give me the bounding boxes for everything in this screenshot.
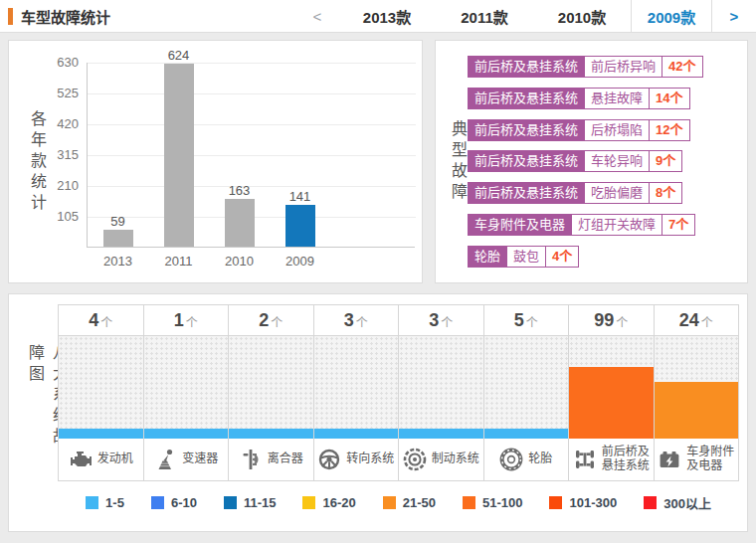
brake-icon [403, 448, 427, 471]
system-bar-cell [569, 336, 654, 439]
typical-faults-title: 典型故障 [446, 120, 470, 204]
system-label-cell: 轮胎 [484, 439, 569, 480]
bar-slot: 141 [270, 189, 330, 247]
count-number: 99 [594, 310, 614, 331]
system-label-cell: 转向系统 [314, 439, 399, 480]
system-bar [484, 429, 569, 439]
gridline [88, 63, 416, 64]
year-bar-2013 [103, 230, 133, 247]
next-arrow-button[interactable]: > [712, 0, 756, 32]
system-label-cell: 发动机 [59, 439, 143, 480]
y-axis-tick: 105 [31, 209, 79, 224]
gridline [88, 155, 416, 156]
legend-item: 1-5 [86, 493, 124, 512]
system-column-前后桥及悬挂系统: 99个前后桥及悬挂系统 [568, 305, 654, 480]
system-bar [655, 382, 739, 439]
legend-swatch [302, 496, 315, 509]
count-number: 1 [174, 310, 184, 331]
year-bar-2011 [164, 64, 194, 247]
tab-2011款[interactable]: 2011款 [436, 0, 533, 32]
legend-label: 300以上 [663, 493, 711, 512]
system-count: 4个 [59, 305, 143, 336]
tab-2013款[interactable]: 2013款 [338, 0, 436, 32]
fault-count: 14个 [649, 89, 688, 108]
system-count: 3个 [399, 305, 483, 336]
system-bar [569, 367, 654, 439]
system-label: 变速器 [182, 452, 218, 466]
system-bar-cell [144, 336, 229, 439]
legend-label: 1-5 [105, 495, 124, 510]
system-bar-cell [399, 336, 483, 439]
count-number: 24 [679, 310, 699, 331]
system-bar-cell [59, 336, 143, 439]
count-unit: 个 [271, 313, 283, 330]
y-axis-tick: 525 [31, 86, 79, 100]
systems-table: 4个发动机1个变速器2个离合器3个转向系统3个制动系统5个轮胎99个前后桥及悬挂… [58, 304, 739, 481]
tab-2009款[interactable]: 2009款 [631, 0, 712, 32]
bar-value-label: 141 [289, 189, 311, 205]
fault-category: 轮胎 [469, 247, 506, 267]
y-axis-tick: 315 [31, 147, 79, 162]
legend-label: 16-20 [322, 495, 355, 510]
legend-label: 11-15 [244, 495, 277, 510]
system-label-cell: 变速器 [144, 439, 229, 480]
yearly-stats-panel: 各年款统计 592013624201116320101412009 630525… [8, 40, 423, 283]
legend-swatch [86, 496, 98, 509]
fault-name: 前后桥异响 [584, 57, 662, 77]
bar-slot: 59 [88, 214, 148, 247]
legend-label: 6-10 [171, 495, 197, 510]
tire-icon [499, 448, 523, 471]
legend: 1-56-1011-1516-2021-5051-100101-300300以上 [58, 493, 739, 512]
count-unit: 个 [356, 313, 368, 330]
tab-list: 2013款2011款2010款2009款 [338, 0, 712, 32]
fault-name: 车轮异响 [584, 151, 649, 171]
system-bar-cell [314, 336, 399, 439]
top-bar: 车型故障统计 < 2013款2011款2010款2009款 > [0, 0, 756, 33]
legend-label: 101-300 [569, 495, 617, 510]
bar-value-label: 624 [168, 48, 190, 64]
legend-swatch [549, 496, 562, 509]
system-label: 转向系统 [346, 452, 394, 466]
legend-item: 6-10 [151, 493, 197, 512]
fault-badge: 前后桥及悬挂系统车轮异响9个 [468, 150, 682, 172]
systems-fault-panel: 八大系统故障图 4个发动机1个变速器2个离合器3个转向系统3个制动系统5个轮胎9… [8, 293, 748, 532]
year-tab-nav: < 2013款2011款2010款2009款 > [296, 0, 756, 32]
vehicle-fault-stats-screen: 车型故障统计 < 2013款2011款2010款2009款 > 各年款统计 59… [0, 0, 756, 543]
fault-count: 9个 [649, 151, 681, 171]
bar-value-label: 163 [229, 183, 251, 199]
legend-item: 300以上 [644, 493, 711, 512]
bar-slot: 624 [148, 48, 209, 247]
system-bar-cell [655, 336, 739, 439]
count-number: 4 [89, 310, 98, 331]
prev-arrow-button[interactable]: < [296, 0, 338, 32]
tab-2010款[interactable]: 2010款 [533, 0, 631, 32]
legend-swatch [224, 496, 237, 509]
count-unit: 个 [441, 313, 453, 330]
fault-category: 前后桥及悬挂系统 [469, 183, 584, 203]
gearshift-icon [153, 448, 177, 471]
gridline [88, 93, 416, 94]
title-accent-marker [8, 8, 13, 25]
system-count: 3个 [314, 305, 399, 336]
fault-badge: 车身附件及电器灯组开关故障7个 [468, 214, 695, 236]
count-number: 2 [259, 310, 269, 331]
legend-item: 11-15 [224, 493, 277, 512]
fault-count: 8个 [649, 183, 681, 203]
system-bar [229, 429, 313, 439]
legend-swatch [644, 496, 657, 509]
y-axis-tick: 210 [31, 178, 79, 193]
fault-name: 悬挂故障 [584, 89, 649, 108]
system-count: 99个 [569, 305, 654, 336]
fault-count: 42个 [662, 57, 701, 77]
fault-category: 前后桥及悬挂系统 [469, 89, 584, 108]
system-column-发动机: 4个发动机 [59, 305, 143, 480]
fault-list: 前后桥及悬挂系统前后桥异响42个前后桥及悬挂系统悬挂故障14个前后桥及悬挂系统后… [468, 56, 739, 268]
x-axis-label: 2011 [148, 254, 209, 269]
fault-name: 灯组开关故障 [571, 215, 662, 235]
system-label: 前后桥及悬挂系统 [602, 446, 650, 473]
system-count: 24个 [655, 305, 739, 336]
gridline [88, 124, 416, 125]
system-bar [144, 429, 229, 439]
typical-faults-panel: 典型故障 前后桥及悬挂系统前后桥异响42个前后桥及悬挂系统悬挂故障14个前后桥及… [435, 40, 748, 283]
system-column-车身附件及电器: 24个车身附件及电器 [654, 305, 739, 480]
